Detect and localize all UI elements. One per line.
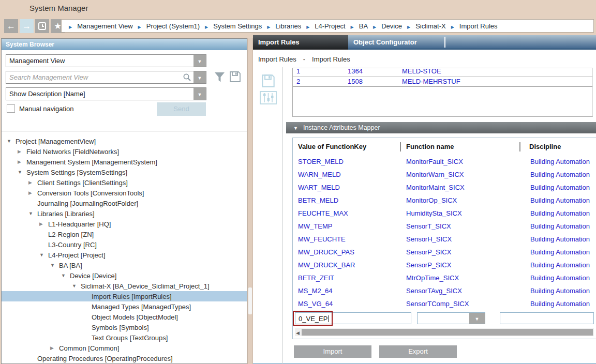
back-button[interactable] [4,19,18,33]
forward-button[interactable] [20,19,34,33]
tree-item[interactable]: L1-Headquarter [HQ] [2,219,247,229]
search-box[interactable]: Search Management View [6,71,206,84]
mapper-row[interactable]: MW_DRUCK_PAS SensorP_SICX Building Autom… [293,246,596,259]
mapper-cell-key[interactable]: MW_DRUCK_PAS [293,248,401,256]
scroll-left-icon[interactable] [295,328,302,336]
mapper-row[interactable]: MS_M2_64 SensorTAvg_SICX Building Automa… [293,284,596,297]
mapper-cell-key[interactable]: STOER_MELD [293,158,401,165]
tree-item[interactable]: Siclimat-X [BA_Device_Siclimat_Project_1… [2,281,247,291]
mapper-row[interactable]: BETR_ZEIT MtrOpTime_SICX Building Automa… [293,271,596,284]
mapper-row[interactable]: WARN_MELD MonitorWarn_SICX Building Auto… [293,168,596,181]
mapper-cell-discipline[interactable]: Building Automation [520,300,596,308]
mapper-cell-key[interactable]: FEUCHTE_MAX [293,209,401,217]
function-name-dropdown-button[interactable] [469,313,485,324]
breadcrumb-item[interactable]: Import Rules [446,22,498,30]
tree-expander-icon[interactable] [28,180,37,185]
tree-expander-icon[interactable] [50,263,59,268]
column-header-function-name[interactable]: Function name [401,143,519,150]
configure-columns-button[interactable] [260,91,277,106]
mapper-cell-function[interactable]: MtrOpTime_SICX [401,274,520,282]
tree-item[interactable]: Libraries [Libraries] [2,208,247,219]
breadcrumb-item[interactable]: BA [346,22,368,30]
tree-vertical-scrollbar[interactable] [247,38,253,364]
mapper-cell-discipline[interactable]: Building Automation [520,261,596,269]
breadcrumb-item[interactable]: L4-Project [301,22,345,30]
mapper-cell-discipline[interactable]: Building Automation [520,158,596,165]
mapper-row[interactable]: MW_DRUCK_BAR SensorP_SICX Building Autom… [293,259,596,271]
tree-item[interactable]: Management System [ManagementSystem] [2,157,247,167]
mapper-row[interactable]: MW_FEUCHTE SensorH_SICX Building Automat… [293,233,596,246]
tree-item[interactable]: L4-Project [Project] [2,250,247,260]
tree-item[interactable]: Operating Procedures [OperatingProcedure… [2,353,247,363]
tree-expander-icon[interactable] [61,273,70,278]
tree-item[interactable]: L2-Region [ZN] [2,229,247,239]
history-button[interactable] [35,19,49,33]
mapper-row[interactable]: MS_VG_64 SensorTComp_SICX Building Autom… [293,297,596,310]
mapper-cell-discipline[interactable]: Building Automation [520,235,596,243]
manual-navigation-checkbox[interactable] [7,104,15,113]
description-selector[interactable]: Show Description [Name] [6,87,206,100]
tree-item[interactable]: Conversion Tools [ConversionTools] [2,188,247,198]
breadcrumb-item[interactable]: Management View [64,22,133,30]
search-input[interactable]: Search Management View [6,73,183,81]
mapper-cell-function[interactable]: SensorP_SICX [401,261,520,269]
column-header-functionkey[interactable]: Value of FunctionKey [293,143,400,150]
tree-expander-icon[interactable] [39,252,48,257]
mapper-cell-discipline[interactable]: Building Automation [520,274,596,282]
mapper-horizontal-scrollbar[interactable] [295,328,594,336]
tree-expander-icon[interactable] [28,190,37,195]
collapse-triangle-icon[interactable] [286,124,303,131]
tab-object-configurator[interactable]: Object Configurator [348,35,444,50]
scrollbar-thumb[interactable] [302,329,593,336]
mapper-cell-function[interactable]: SensorH_SICX [401,235,520,243]
tree-item[interactable]: Common [Common] [2,343,247,353]
tree-item[interactable]: Object Models [ObjectModel] [2,312,247,322]
breadcrumb-item[interactable]: Project (System1) [133,22,200,30]
mapper-cell-discipline[interactable]: Building Automation [520,287,596,295]
instance-attributes-mapper-header[interactable]: Instance Attributes Mapper [286,122,596,133]
tree-expander-icon[interactable] [72,283,81,289]
tree-item[interactable]: Device [Device] [2,270,247,281]
filter-button[interactable] [214,72,226,83]
tree-item[interactable]: Client Settings [ClientSettings] [2,177,247,188]
breadcrumb-item[interactable]: Libraries [262,22,301,30]
tree-expander-icon[interactable] [28,211,37,216]
mapper-cell-key[interactable]: BETR_ZEIT [293,274,401,282]
mapper-cell-function[interactable]: SensorTComp_SICX [401,300,520,308]
tree-item[interactable]: Symbols [Symbols] [2,322,247,332]
mapper-cell-key[interactable]: MW_TEMP [293,222,401,230]
mapper-cell-function[interactable]: MonitorWarn_SICX [401,171,520,178]
mapper-cell-discipline[interactable]: Building Automation [520,248,596,256]
mapper-cell-key[interactable]: MW_FEUCHTE [293,235,401,243]
tree-expander-icon[interactable] [7,139,16,144]
new-discipline-input[interactable] [500,312,594,324]
new-functionkey-input[interactable]: 0_VE_EP [295,312,411,324]
save-rules-button[interactable] [261,74,275,89]
save-search-button[interactable] [229,71,241,83]
mapper-cell-function[interactable]: SensorT_SICX [401,222,520,230]
content-breadcrumb-right[interactable]: Import Rules [312,55,350,63]
mapper-row[interactable]: WART_MELD MonitorMaint_SICX Building Aut… [293,181,596,194]
rule-row[interactable]: 2 1508 MELD-MEHRSTUF [293,77,592,87]
tree-expander-icon[interactable] [18,159,26,164]
mapper-cell-key[interactable]: WARN_MELD [293,171,401,178]
mapper-cell-key[interactable]: MS_M2_64 [293,287,401,295]
search-dropdown-button[interactable] [193,71,206,83]
tab-import-rules[interactable]: Import Rules [253,35,348,50]
mapper-row[interactable]: STOER_MELD MonitorFault_SICX Building Au… [293,155,596,168]
mapper-cell-function[interactable]: SensorTAvg_SICX [401,287,520,295]
mapper-cell-function[interactable]: MonitorMaint_SICX [401,184,520,191]
tree-expander-icon[interactable] [18,149,26,154]
mapper-row[interactable]: BETR_MELD MonitorOp_SICX Building Automa… [293,194,596,207]
mapper-cell-discipline[interactable]: Building Automation [520,196,596,204]
column-header-discipline[interactable]: Discipline [520,143,596,150]
tree-expander-icon[interactable] [39,221,48,226]
mapper-row[interactable]: FEUCHTE_MAX HumiditySta_SICX Building Au… [293,207,596,220]
tree-expander-icon[interactable] [18,170,26,175]
rule-row[interactable]: 1 1364 MELD-STOE [293,68,592,77]
tree-item[interactable]: System Settings [SystemSettings] [2,167,247,177]
mapper-cell-discipline[interactable]: Building Automation [520,222,596,230]
content-breadcrumb-left[interactable]: Import Rules [258,55,296,63]
mapper-cell-discipline[interactable]: Building Automation [520,209,596,217]
description-selector-dropdown-button[interactable] [193,88,206,100]
